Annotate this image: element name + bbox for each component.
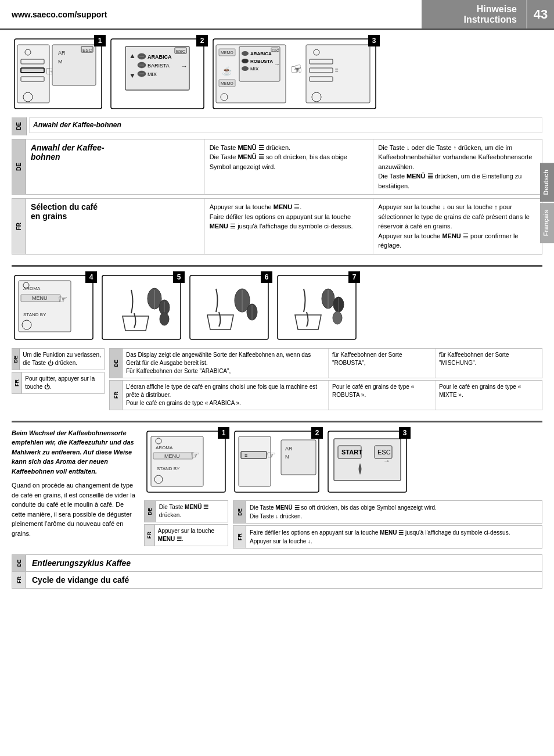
svg-text:☞: ☞ — [292, 64, 304, 73]
machine-diagram-3: ARABICA ROBUSTA MIX ESC → MEMO ☕ — [210, 36, 379, 112]
bottom-step-2-badge: 2 — [311, 427, 323, 439]
machine-diagram-2: ▲ ARABICA BARISTA MIX ▼ — [108, 36, 207, 112]
bottom-section-layout: Beim Wechsel der Kaffeebohnensorte empfe… — [12, 428, 542, 549]
svg-text:MIX: MIX — [250, 66, 259, 71]
svg-point-34 — [242, 51, 249, 56]
de-lang-tag-step4: DE — [12, 349, 20, 370]
section-title-de: Anwahl der Kaffee-bohnen — [33, 121, 121, 129]
bottom-step-3-image: 3 START ESC — [325, 428, 409, 497]
fr-text-step4: FR Pour quitter, appuyer sur la touche ⏻… — [12, 372, 105, 394]
step-3-image: 3 ARABICA ROBUSTA MIX ESC — [210, 36, 379, 112]
svg-text:MIX: MIX — [148, 71, 157, 77]
step-4-badge: 4 — [85, 271, 97, 283]
bottom-text-section: DE Die Taste MENÜ ☰ drücken. FR Appu — [144, 500, 542, 549]
step-3-badge: 3 — [368, 35, 380, 46]
svg-text:AROMA: AROMA — [156, 445, 173, 450]
step-2-image: 2 ▲ ARABICA BARISTA — [108, 36, 207, 112]
svg-text:→: → — [181, 62, 188, 70]
de-two-col: Die Taste MENÜ ☰ drücken. Die Taste MENÜ… — [204, 139, 542, 195]
svg-text:ESC: ESC — [272, 49, 279, 52]
section-separator-2 — [12, 421, 542, 422]
de-lang-b23: DE — [233, 501, 246, 523]
svg-text:→: → — [274, 61, 280, 67]
bottom-title-row: DE Entleerungszyklus Kaffee — [12, 554, 542, 572]
fr-lang-tag-1: FR — [12, 199, 26, 254]
de-tag-bottom-title: DE — [16, 560, 22, 567]
combined-text-block-1-fr: FR Sélection du caféen grains Appuyer su… — [12, 198, 542, 255]
svg-point-38 — [242, 66, 249, 71]
svg-text:AR: AR — [285, 446, 293, 452]
fr-intro-text: Quand on procède au changement de type d… — [12, 481, 139, 538]
svg-text:STAND BY: STAND BY — [157, 466, 180, 471]
de-step7-main: für Kaffeebohnen der Sorte "MISCHUNG". — [436, 349, 542, 378]
lang-tab-section1: DE — [12, 117, 27, 135]
step-6-image: 6 — [187, 273, 271, 342]
svg-text:ESC: ESC — [176, 49, 186, 54]
section-separator-1 — [12, 265, 542, 267]
title-line1: Hinweise — [477, 4, 517, 15]
svg-rect-95 — [239, 436, 271, 486]
main-content: 1 ☞ AR — [0, 30, 554, 605]
svg-point-36 — [242, 59, 249, 63]
machine-diagram-6 — [187, 273, 271, 342]
svg-text:ESC: ESC — [377, 449, 391, 456]
de-col1-text: Die Taste MENÜ ☰ drücken. Die Taste MENÜ… — [204, 139, 373, 195]
svg-text:AROMA: AROMA — [23, 286, 41, 291]
steps-5-7-de-content: Das Display zeigt die angewählte Sorte d… — [123, 349, 542, 378]
de-step6-main: für Kaffeebohnen der Sorte "ROBUSTA", — [329, 349, 436, 378]
de-lang-tag-step5: DE — [110, 349, 123, 378]
title-fr-vidange: Cycle de vidange du café — [32, 575, 129, 585]
svg-point-84 — [333, 311, 342, 324]
title-de-entleerung: Entleerungszyklus Kaffee — [32, 558, 131, 568]
svg-text:☞: ☞ — [58, 293, 67, 305]
step-4-text-block: DE Um die Funktion zu verlassen, die Tas… — [12, 348, 105, 410]
fr-lang-tag-step4: FR — [12, 372, 22, 393]
de-bottom-step1-content: Die Taste MENÜ ☰ drücken. — [156, 501, 228, 522]
svg-text:≡: ≡ — [244, 453, 247, 458]
de-text-col1-s1: Anwahl der Kaffee-bohnen — [29, 117, 542, 133]
bottom-right-steps: 1 AROMA MENU STAND BY ☞ — [144, 428, 542, 549]
de-text-content-1: Anwahl der Kaffee-bohnen — [26, 139, 204, 195]
de-tag-b1: DE — [147, 508, 153, 515]
fr-lang-tag-step5: FR — [110, 381, 123, 410]
text-section-2: DE Um die Funktion zu verlassen, die Tas… — [12, 348, 542, 410]
side-tab-francais: Français — [540, 203, 554, 243]
de-text-row-s1: Anwahl der Kaffee-bohnen — [29, 117, 542, 133]
fr-bottom-step1-text: FR Appuyer sur la touche MENU ☰. — [144, 524, 228, 546]
touche-ref: touche — [25, 384, 42, 390]
fr-tag-step4: FR — [14, 379, 20, 386]
title-fr-coffebeans: Sélection du caféen grains — [31, 202, 200, 221]
de-col2-text: Die Taste ↓ oder die Taste ↑ drücken, um… — [373, 139, 542, 195]
step-2-badge: 2 — [196, 35, 208, 46]
step-4-image: 4 AROMA MENU STAND BY ☞ — [12, 273, 96, 342]
fr-bottom-title-content: Cycle de vidange du café — [26, 572, 542, 588]
fr-step6-main: Pour le café en grains de type « ROBUSTA… — [329, 381, 436, 410]
svg-text:MENU: MENU — [164, 453, 180, 459]
bottom-step-1-image: 1 AROMA MENU STAND BY ☞ — [144, 428, 228, 497]
support-url[interactable]: www.saeco.com/support — [12, 10, 107, 19]
step-5-image: 5 — [99, 273, 184, 342]
steps-row-1: 1 ☞ AR — [12, 36, 542, 112]
svg-text:ARABICA: ARABICA — [250, 51, 272, 56]
svg-rect-1 — [17, 45, 49, 103]
machine-diagram-5 — [99, 273, 184, 342]
de-tag-b23: DE — [237, 508, 243, 516]
fr-text-content-1: Sélection du caféen grains — [26, 199, 204, 254]
svg-text:MENU: MENU — [32, 295, 48, 301]
de-lang-b1: DE — [145, 501, 156, 522]
svg-text:▲: ▲ — [129, 52, 136, 60]
machine-diagram-1: ☞ AR M ESC — [12, 36, 105, 112]
svg-text:☕: ☕ — [222, 66, 232, 76]
machine-diagram-4: AROMA MENU STAND BY ☞ — [12, 273, 96, 342]
header-title-section: Hinweise Instructions — [422, 0, 526, 28]
fr-tag-bottom-title: FR — [16, 576, 22, 583]
fr-text-step4-content: Pour quitter, appuyer sur la touche ⏻. — [22, 372, 104, 393]
fr-text-step5: FR L'écran affiche le type de café en gr… — [109, 380, 542, 410]
svg-rect-50 — [306, 45, 370, 103]
svg-rect-7 — [21, 68, 44, 73]
de-bottom-steps23-text: DE Die Taste MENÜ ☰ so oft drücken, bis … — [233, 500, 542, 524]
header-url-section: www.saeco.com/support — [0, 0, 422, 28]
step-6-badge: 6 — [261, 271, 272, 283]
fr-bottom-steps23-text: FR Faire défiler les options en appuyant… — [233, 525, 542, 549]
svg-text:MEMO: MEMO — [221, 81, 233, 85]
